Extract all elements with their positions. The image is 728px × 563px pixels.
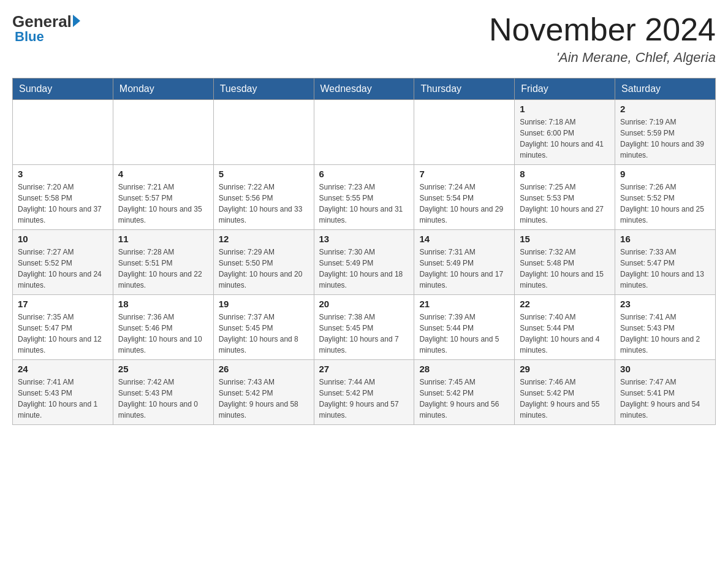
day-info: Sunrise: 7:39 AMSunset: 5:44 PMDaylight:…	[419, 312, 509, 356]
day-info: Sunrise: 7:29 AMSunset: 5:50 PMDaylight:…	[219, 247, 309, 291]
calendar-cell: 23Sunrise: 7:41 AMSunset: 5:43 PMDayligh…	[615, 295, 716, 360]
day-number: 6	[319, 169, 409, 179]
day-number: 30	[620, 364, 710, 374]
day-number: 5	[219, 169, 309, 179]
calendar-cell: 27Sunrise: 7:44 AMSunset: 5:42 PMDayligh…	[314, 360, 414, 425]
day-info: Sunrise: 7:25 AMSunset: 5:53 PMDaylight:…	[520, 182, 610, 226]
calendar-cell: 21Sunrise: 7:39 AMSunset: 5:44 PMDayligh…	[414, 295, 515, 360]
calendar-cell	[113, 100, 213, 165]
calendar-cell: 5Sunrise: 7:22 AMSunset: 5:56 PMDaylight…	[213, 165, 314, 230]
day-info: Sunrise: 7:41 AMSunset: 5:43 PMDaylight:…	[620, 312, 710, 356]
day-info: Sunrise: 7:40 AMSunset: 5:44 PMDaylight:…	[520, 312, 610, 356]
day-number: 28	[419, 364, 509, 374]
logo-blue-bottom: Blue	[15, 29, 44, 45]
location-subtitle: 'Ain Merane, Chlef, Algeria	[489, 50, 716, 66]
day-info: Sunrise: 7:45 AMSunset: 5:42 PMDaylight:…	[419, 377, 509, 421]
calendar-cell: 6Sunrise: 7:23 AMSunset: 5:55 PMDaylight…	[314, 165, 414, 230]
day-info: Sunrise: 7:19 AMSunset: 5:59 PMDaylight:…	[620, 117, 710, 161]
day-number: 25	[118, 364, 208, 374]
calendar-cell: 20Sunrise: 7:38 AMSunset: 5:45 PMDayligh…	[314, 295, 414, 360]
page-header: General Blue November 2024 'Ain Merane, …	[12, 12, 716, 66]
logo-arrow-icon	[73, 15, 80, 27]
day-number: 15	[520, 234, 610, 244]
calendar-cell: 29Sunrise: 7:46 AMSunset: 5:42 PMDayligh…	[515, 360, 615, 425]
day-info: Sunrise: 7:27 AMSunset: 5:52 PMDaylight:…	[18, 247, 108, 291]
day-info: Sunrise: 7:33 AMSunset: 5:47 PMDaylight:…	[620, 247, 710, 291]
calendar-cell: 12Sunrise: 7:29 AMSunset: 5:50 PMDayligh…	[213, 230, 314, 295]
day-info: Sunrise: 7:24 AMSunset: 5:54 PMDaylight:…	[419, 182, 509, 226]
day-info: Sunrise: 7:28 AMSunset: 5:51 PMDaylight:…	[118, 247, 208, 291]
calendar-cell: 3Sunrise: 7:20 AMSunset: 5:58 PMDaylight…	[13, 165, 113, 230]
calendar-cell: 1Sunrise: 7:18 AMSunset: 6:00 PMDaylight…	[515, 100, 615, 165]
calendar-header-thursday: Thursday	[414, 79, 515, 100]
day-info: Sunrise: 7:18 AMSunset: 6:00 PMDaylight:…	[520, 117, 610, 161]
calendar-cell: 22Sunrise: 7:40 AMSunset: 5:44 PMDayligh…	[515, 295, 615, 360]
calendar-header-sunday: Sunday	[13, 79, 113, 100]
day-number: 7	[419, 169, 509, 179]
day-number: 4	[118, 169, 208, 179]
day-info: Sunrise: 7:22 AMSunset: 5:56 PMDaylight:…	[219, 182, 309, 226]
day-number: 8	[520, 169, 610, 179]
day-info: Sunrise: 7:21 AMSunset: 5:57 PMDaylight:…	[118, 182, 208, 226]
calendar-cell	[13, 100, 113, 165]
day-number: 16	[620, 234, 710, 244]
day-number: 24	[18, 364, 108, 374]
calendar-cell: 2Sunrise: 7:19 AMSunset: 5:59 PMDaylight…	[615, 100, 716, 165]
day-info: Sunrise: 7:44 AMSunset: 5:42 PMDaylight:…	[319, 377, 409, 421]
day-number: 2	[620, 104, 710, 114]
calendar-week-row: 3Sunrise: 7:20 AMSunset: 5:58 PMDaylight…	[13, 165, 716, 230]
logo: General Blue	[12, 12, 80, 45]
calendar-cell: 18Sunrise: 7:36 AMSunset: 5:46 PMDayligh…	[113, 295, 213, 360]
calendar-cell: 4Sunrise: 7:21 AMSunset: 5:57 PMDaylight…	[113, 165, 213, 230]
calendar-cell: 17Sunrise: 7:35 AMSunset: 5:47 PMDayligh…	[13, 295, 113, 360]
day-number: 3	[18, 169, 108, 179]
calendar-header-wednesday: Wednesday	[314, 79, 414, 100]
day-info: Sunrise: 7:31 AMSunset: 5:49 PMDaylight:…	[419, 247, 509, 291]
calendar-cell: 30Sunrise: 7:47 AMSunset: 5:41 PMDayligh…	[615, 360, 716, 425]
day-info: Sunrise: 7:37 AMSunset: 5:45 PMDaylight:…	[219, 312, 309, 356]
calendar-cell: 25Sunrise: 7:42 AMSunset: 5:43 PMDayligh…	[113, 360, 213, 425]
day-number: 27	[319, 364, 409, 374]
calendar-cell: 7Sunrise: 7:24 AMSunset: 5:54 PMDaylight…	[414, 165, 515, 230]
day-number: 21	[419, 299, 509, 309]
day-info: Sunrise: 7:46 AMSunset: 5:42 PMDaylight:…	[520, 377, 610, 421]
calendar-week-row: 17Sunrise: 7:35 AMSunset: 5:47 PMDayligh…	[13, 295, 716, 360]
calendar-week-row: 24Sunrise: 7:41 AMSunset: 5:43 PMDayligh…	[13, 360, 716, 425]
day-number: 19	[219, 299, 309, 309]
day-info: Sunrise: 7:23 AMSunset: 5:55 PMDaylight:…	[319, 182, 409, 226]
day-info: Sunrise: 7:20 AMSunset: 5:58 PMDaylight:…	[18, 182, 108, 226]
calendar-cell	[213, 100, 314, 165]
day-number: 14	[419, 234, 509, 244]
day-info: Sunrise: 7:35 AMSunset: 5:47 PMDaylight:…	[18, 312, 108, 356]
day-number: 13	[319, 234, 409, 244]
calendar-header-monday: Monday	[113, 79, 213, 100]
calendar-header-row: SundayMondayTuesdayWednesdayThursdayFrid…	[13, 79, 716, 100]
day-info: Sunrise: 7:42 AMSunset: 5:43 PMDaylight:…	[118, 377, 208, 421]
day-number: 10	[18, 234, 108, 244]
calendar-cell: 19Sunrise: 7:37 AMSunset: 5:45 PMDayligh…	[213, 295, 314, 360]
day-number: 29	[520, 364, 610, 374]
calendar-cell: 14Sunrise: 7:31 AMSunset: 5:49 PMDayligh…	[414, 230, 515, 295]
day-info: Sunrise: 7:47 AMSunset: 5:41 PMDaylight:…	[620, 377, 710, 421]
day-info: Sunrise: 7:26 AMSunset: 5:52 PMDaylight:…	[620, 182, 710, 226]
calendar-cell: 16Sunrise: 7:33 AMSunset: 5:47 PMDayligh…	[615, 230, 716, 295]
calendar-cell: 11Sunrise: 7:28 AMSunset: 5:51 PMDayligh…	[113, 230, 213, 295]
calendar-cell: 24Sunrise: 7:41 AMSunset: 5:43 PMDayligh…	[13, 360, 113, 425]
calendar-cell: 9Sunrise: 7:26 AMSunset: 5:52 PMDaylight…	[615, 165, 716, 230]
day-info: Sunrise: 7:32 AMSunset: 5:48 PMDaylight:…	[520, 247, 610, 291]
calendar-cell: 13Sunrise: 7:30 AMSunset: 5:49 PMDayligh…	[314, 230, 414, 295]
calendar-week-row: 1Sunrise: 7:18 AMSunset: 6:00 PMDaylight…	[13, 100, 716, 165]
day-number: 9	[620, 169, 710, 179]
day-info: Sunrise: 7:30 AMSunset: 5:49 PMDaylight:…	[319, 247, 409, 291]
day-number: 23	[620, 299, 710, 309]
day-number: 18	[118, 299, 208, 309]
day-number: 12	[219, 234, 309, 244]
calendar-cell: 15Sunrise: 7:32 AMSunset: 5:48 PMDayligh…	[515, 230, 615, 295]
day-number: 1	[520, 104, 610, 114]
day-number: 22	[520, 299, 610, 309]
calendar-header-friday: Friday	[515, 79, 615, 100]
day-number: 17	[18, 299, 108, 309]
calendar-cell	[314, 100, 414, 165]
calendar-cell: 8Sunrise: 7:25 AMSunset: 5:53 PMDaylight…	[515, 165, 615, 230]
day-info: Sunrise: 7:43 AMSunset: 5:42 PMDaylight:…	[219, 377, 309, 421]
